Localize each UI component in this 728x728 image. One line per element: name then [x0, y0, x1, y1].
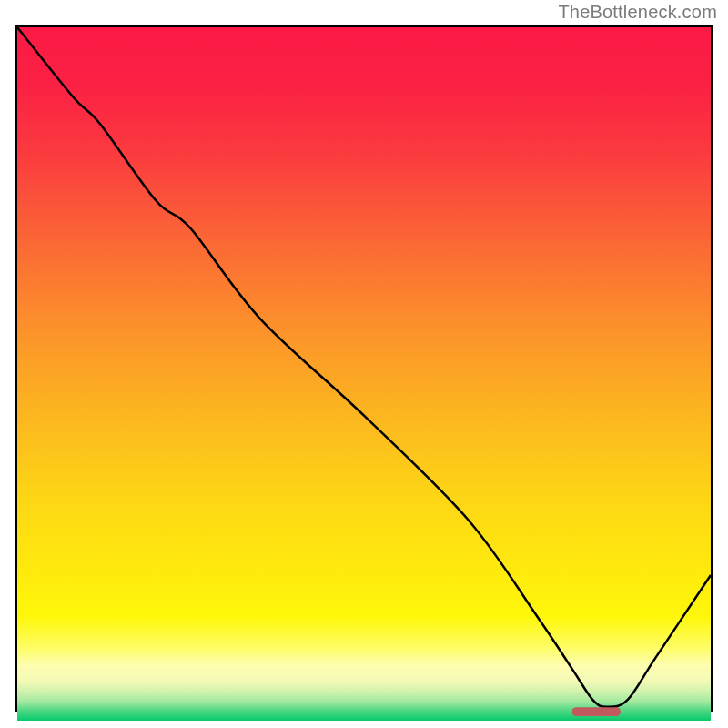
bottleneck-curve	[17, 27, 711, 707]
optimal-marker	[572, 707, 621, 716]
watermark-text: TheBottleneck.com	[558, 2, 717, 23]
chart-lines-layer	[17, 27, 711, 721]
chart-frame	[15, 25, 713, 712]
